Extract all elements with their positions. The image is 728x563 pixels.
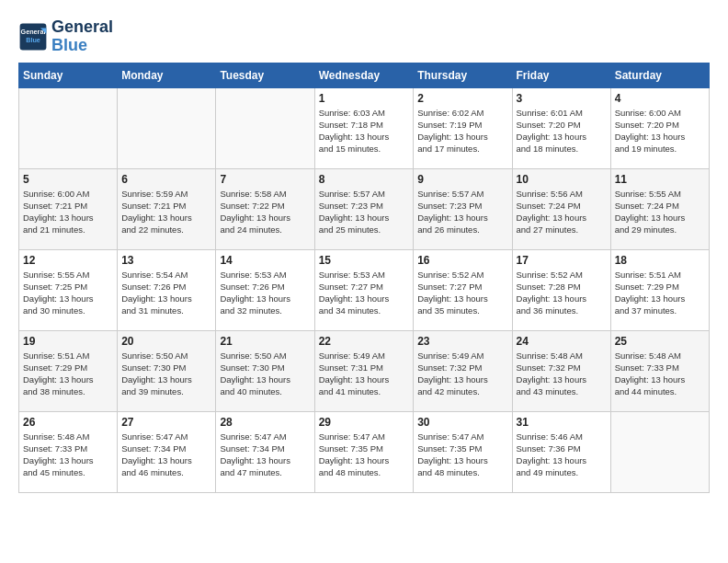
day-number: 2 xyxy=(417,92,507,105)
day-number: 5 xyxy=(23,173,113,186)
week-row-2: 5Sunrise: 6:00 AM Sunset: 7:21 PM Daylig… xyxy=(19,168,710,249)
calendar-cell: 30Sunrise: 5:47 AM Sunset: 7:35 PM Dayli… xyxy=(414,411,512,492)
day-info: Sunrise: 5:48 AM Sunset: 7:32 PM Dayligh… xyxy=(517,350,607,398)
day-number: 28 xyxy=(220,416,310,429)
logo-text: General Blue xyxy=(51,18,113,55)
calendar-cell: 3Sunrise: 6:01 AM Sunset: 7:20 PM Daylig… xyxy=(512,87,610,168)
page-header: General Blue General Blue xyxy=(18,18,710,55)
day-info: Sunrise: 5:47 AM Sunset: 7:34 PM Dayligh… xyxy=(220,431,310,479)
day-info: Sunrise: 5:52 AM Sunset: 7:28 PM Dayligh… xyxy=(517,269,607,317)
day-info: Sunrise: 5:57 AM Sunset: 7:23 PM Dayligh… xyxy=(319,188,410,236)
day-number: 26 xyxy=(23,416,113,429)
column-header-friday: Friday xyxy=(512,63,610,87)
day-info: Sunrise: 6:00 AM Sunset: 7:21 PM Dayligh… xyxy=(23,188,113,236)
day-number: 22 xyxy=(319,335,410,348)
calendar-cell: 19Sunrise: 5:51 AM Sunset: 7:29 PM Dayli… xyxy=(19,330,118,411)
calendar-cell: 25Sunrise: 5:48 AM Sunset: 7:33 PM Dayli… xyxy=(610,330,709,411)
calendar-cell: 24Sunrise: 5:48 AM Sunset: 7:32 PM Dayli… xyxy=(512,330,610,411)
day-number: 31 xyxy=(517,416,607,429)
svg-text:Blue: Blue xyxy=(26,35,40,43)
calendar-cell: 1Sunrise: 6:03 AM Sunset: 7:18 PM Daylig… xyxy=(314,87,414,168)
day-info: Sunrise: 5:48 AM Sunset: 7:33 PM Dayligh… xyxy=(23,431,113,479)
day-number: 8 xyxy=(319,173,410,186)
calendar-cell: 5Sunrise: 6:00 AM Sunset: 7:21 PM Daylig… xyxy=(19,168,118,249)
calendar-cell: 22Sunrise: 5:49 AM Sunset: 7:31 PM Dayli… xyxy=(314,330,414,411)
day-number: 11 xyxy=(615,173,705,186)
week-row-3: 12Sunrise: 5:55 AM Sunset: 7:25 PM Dayli… xyxy=(19,249,710,330)
day-number: 30 xyxy=(417,416,507,429)
day-info: Sunrise: 5:55 AM Sunset: 7:25 PM Dayligh… xyxy=(23,269,113,317)
day-info: Sunrise: 6:01 AM Sunset: 7:20 PM Dayligh… xyxy=(517,107,607,155)
day-number: 12 xyxy=(23,254,113,267)
day-info: Sunrise: 5:49 AM Sunset: 7:32 PM Dayligh… xyxy=(417,350,507,398)
calendar-cell: 14Sunrise: 5:53 AM Sunset: 7:26 PM Dayli… xyxy=(216,249,314,330)
calendar-cell: 31Sunrise: 5:46 AM Sunset: 7:36 PM Dayli… xyxy=(512,411,610,492)
day-info: Sunrise: 5:53 AM Sunset: 7:26 PM Dayligh… xyxy=(220,269,310,317)
calendar-cell: 6Sunrise: 5:59 AM Sunset: 7:21 PM Daylig… xyxy=(118,168,216,249)
calendar-cell: 23Sunrise: 5:49 AM Sunset: 7:32 PM Dayli… xyxy=(414,330,512,411)
calendar-cell: 12Sunrise: 5:55 AM Sunset: 7:25 PM Dayli… xyxy=(19,249,118,330)
column-header-tuesday: Tuesday xyxy=(216,63,314,87)
day-number: 16 xyxy=(417,254,507,267)
day-number: 18 xyxy=(615,254,705,267)
day-info: Sunrise: 5:55 AM Sunset: 7:24 PM Dayligh… xyxy=(615,188,705,236)
day-info: Sunrise: 5:46 AM Sunset: 7:36 PM Dayligh… xyxy=(517,431,607,479)
calendar-cell xyxy=(610,411,709,492)
column-header-wednesday: Wednesday xyxy=(314,63,414,87)
calendar-cell xyxy=(19,87,118,168)
day-info: Sunrise: 5:57 AM Sunset: 7:23 PM Dayligh… xyxy=(417,188,507,236)
day-number: 7 xyxy=(220,173,310,186)
day-info: Sunrise: 5:58 AM Sunset: 7:22 PM Dayligh… xyxy=(220,188,310,236)
calendar-cell: 9Sunrise: 5:57 AM Sunset: 7:23 PM Daylig… xyxy=(414,168,512,249)
calendar-cell: 7Sunrise: 5:58 AM Sunset: 7:22 PM Daylig… xyxy=(216,168,314,249)
calendar-cell: 29Sunrise: 5:47 AM Sunset: 7:35 PM Dayli… xyxy=(314,411,414,492)
day-info: Sunrise: 6:02 AM Sunset: 7:19 PM Dayligh… xyxy=(417,107,507,155)
calendar-cell: 26Sunrise: 5:48 AM Sunset: 7:33 PM Dayli… xyxy=(19,411,118,492)
day-number: 23 xyxy=(417,335,507,348)
day-number: 6 xyxy=(121,173,211,186)
day-number: 4 xyxy=(615,92,705,105)
day-number: 10 xyxy=(517,173,607,186)
day-info: Sunrise: 5:51 AM Sunset: 7:29 PM Dayligh… xyxy=(615,269,705,317)
day-info: Sunrise: 5:49 AM Sunset: 7:31 PM Dayligh… xyxy=(319,350,410,398)
day-info: Sunrise: 5:47 AM Sunset: 7:35 PM Dayligh… xyxy=(417,431,507,479)
logo: General Blue General Blue xyxy=(18,18,113,55)
day-number: 13 xyxy=(121,254,211,267)
day-number: 14 xyxy=(220,254,310,267)
calendar-table: SundayMondayTuesdayWednesdayThursdayFrid… xyxy=(18,63,710,493)
day-info: Sunrise: 5:47 AM Sunset: 7:34 PM Dayligh… xyxy=(121,431,211,479)
column-header-sunday: Sunday xyxy=(19,63,118,87)
day-info: Sunrise: 5:53 AM Sunset: 7:27 PM Dayligh… xyxy=(319,269,410,317)
calendar-cell: 16Sunrise: 5:52 AM Sunset: 7:27 PM Dayli… xyxy=(414,249,512,330)
calendar-cell: 13Sunrise: 5:54 AM Sunset: 7:26 PM Dayli… xyxy=(118,249,216,330)
day-info: Sunrise: 5:48 AM Sunset: 7:33 PM Dayligh… xyxy=(615,350,705,398)
calendar-cell: 18Sunrise: 5:51 AM Sunset: 7:29 PM Dayli… xyxy=(610,249,709,330)
day-number: 27 xyxy=(121,416,211,429)
week-row-4: 19Sunrise: 5:51 AM Sunset: 7:29 PM Dayli… xyxy=(19,330,710,411)
calendar-cell: 20Sunrise: 5:50 AM Sunset: 7:30 PM Dayli… xyxy=(118,330,216,411)
day-number: 21 xyxy=(220,335,310,348)
calendar-cell: 27Sunrise: 5:47 AM Sunset: 7:34 PM Dayli… xyxy=(118,411,216,492)
calendar-cell: 28Sunrise: 5:47 AM Sunset: 7:34 PM Dayli… xyxy=(216,411,314,492)
day-info: Sunrise: 6:00 AM Sunset: 7:20 PM Dayligh… xyxy=(615,107,705,155)
day-number: 17 xyxy=(517,254,607,267)
calendar-cell: 15Sunrise: 5:53 AM Sunset: 7:27 PM Dayli… xyxy=(314,249,414,330)
day-number: 1 xyxy=(319,92,410,105)
column-header-saturday: Saturday xyxy=(610,63,709,87)
day-info: Sunrise: 5:54 AM Sunset: 7:26 PM Dayligh… xyxy=(121,269,211,317)
logo-icon: General Blue xyxy=(18,22,48,52)
day-info: Sunrise: 5:56 AM Sunset: 7:24 PM Dayligh… xyxy=(517,188,607,236)
day-info: Sunrise: 5:52 AM Sunset: 7:27 PM Dayligh… xyxy=(417,269,507,317)
day-number: 3 xyxy=(517,92,607,105)
header-row: SundayMondayTuesdayWednesdayThursdayFrid… xyxy=(19,63,710,87)
day-number: 29 xyxy=(319,416,410,429)
day-number: 25 xyxy=(615,335,705,348)
day-number: 24 xyxy=(517,335,607,348)
day-number: 20 xyxy=(121,335,211,348)
calendar-cell xyxy=(118,87,216,168)
day-info: Sunrise: 6:03 AM Sunset: 7:18 PM Dayligh… xyxy=(319,107,410,155)
calendar-cell: 4Sunrise: 6:00 AM Sunset: 7:20 PM Daylig… xyxy=(610,87,709,168)
day-info: Sunrise: 5:47 AM Sunset: 7:35 PM Dayligh… xyxy=(319,431,410,479)
day-info: Sunrise: 5:50 AM Sunset: 7:30 PM Dayligh… xyxy=(220,350,310,398)
calendar-cell: 21Sunrise: 5:50 AM Sunset: 7:30 PM Dayli… xyxy=(216,330,314,411)
